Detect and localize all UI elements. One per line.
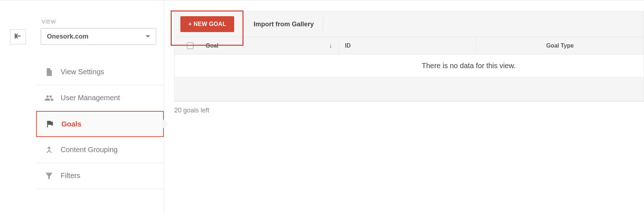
view-selector-dropdown[interactable]: Onesork.com [41, 28, 156, 45]
sidebar: VIEW Onesork.com View Settings User Mana… [36, 0, 164, 213]
sidebar-item-content-grouping[interactable]: Content Grouping [36, 137, 164, 163]
column-label: Goal [206, 43, 219, 49]
sidebar-item-user-management[interactable]: User Management [36, 85, 164, 111]
sort-down-icon: ↓ [329, 42, 332, 49]
column-label: ID [345, 43, 351, 49]
empty-state-message: There is no data for this view. [175, 54, 644, 77]
merge-icon [44, 145, 54, 155]
sidebar-item-view-settings[interactable]: View Settings [36, 59, 164, 85]
page-icon [44, 67, 54, 77]
users-icon [44, 93, 54, 103]
flag-icon [45, 119, 55, 129]
goals-remaining-label: 20 goals left [174, 107, 644, 114]
table-footer [175, 77, 644, 101]
goals-table: Goal ↓ ID Goal Type There is no data for… [174, 37, 644, 102]
back-arrow-icon [14, 32, 22, 42]
sidebar-item-label: View Settings [61, 68, 104, 76]
new-goal-button[interactable]: + NEW GOAL [180, 16, 234, 32]
back-button[interactable] [10, 29, 26, 44]
view-selected-value: Onesork.com [47, 33, 88, 40]
toolbar: + NEW GOAL Import from Gallery [174, 11, 644, 37]
column-label: Goal Type [546, 43, 574, 49]
sidebar-item-label: Goals [61, 120, 82, 128]
column-header-id[interactable]: ID [339, 37, 476, 54]
caret-down-icon [146, 35, 150, 37]
sidebar-item-label: Content Grouping [61, 146, 118, 154]
column-header-goal[interactable]: Goal ↓ [206, 37, 339, 54]
main-content: + NEW GOAL Import from Gallery Goal ↓ ID… [164, 0, 644, 213]
sidebar-item-label: User Management [61, 94, 120, 102]
column-header-goal-type[interactable]: Goal Type [476, 43, 644, 49]
sidebar-item-goals[interactable]: Goals [36, 111, 164, 137]
sidebar-item-label: Filters [61, 172, 80, 180]
sidebar-item-filters[interactable]: Filters [36, 163, 164, 189]
view-section-label: VIEW [41, 18, 164, 25]
import-from-gallery-link[interactable]: Import from Gallery [245, 17, 323, 31]
table-header-row: Goal ↓ ID Goal Type [175, 37, 644, 54]
select-all-checkbox[interactable] [187, 43, 193, 49]
filter-icon [44, 171, 54, 181]
